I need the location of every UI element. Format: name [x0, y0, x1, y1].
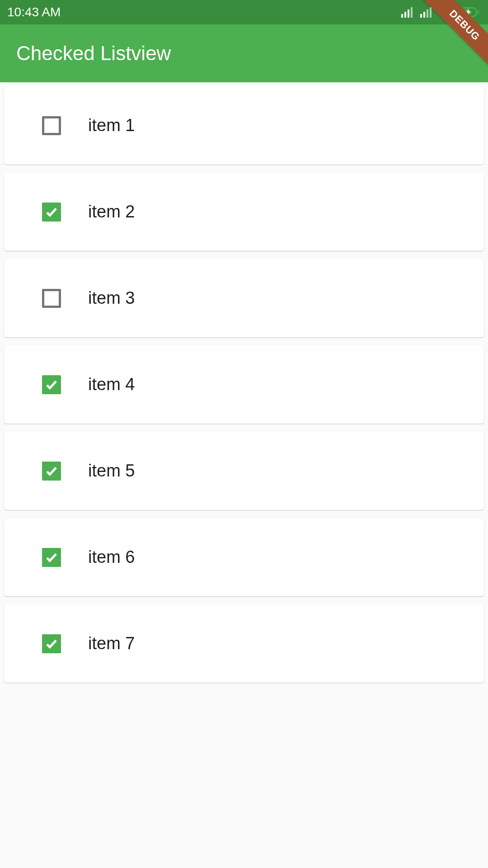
- checkmark-icon: [45, 637, 58, 651]
- list-item[interactable]: item 6: [4, 518, 484, 596]
- checkbox-unchecked-icon: [42, 116, 61, 135]
- checkbox[interactable]: [42, 375, 61, 394]
- checkbox-checked-icon: [42, 203, 61, 222]
- list-item-label: item 2: [88, 202, 135, 222]
- checkbox[interactable]: [42, 634, 61, 653]
- list-item[interactable]: item 1: [4, 86, 484, 165]
- list-container: item 1 item 2 item 3 item 4: [0, 82, 488, 695]
- checkbox[interactable]: [42, 203, 61, 222]
- list-item-label: item 4: [88, 375, 135, 394]
- checkbox-checked-icon: [42, 375, 61, 394]
- list-item[interactable]: item 2: [4, 173, 484, 251]
- checkbox-unchecked-icon: [42, 289, 61, 308]
- list-item-label: item 6: [88, 547, 135, 567]
- app-bar-title: Checked Listview: [16, 42, 171, 65]
- list-item-label: item 5: [88, 461, 135, 481]
- checkbox-checked-icon: [42, 634, 61, 653]
- list-item-label: item 7: [88, 634, 135, 653]
- checkbox-checked-icon: [42, 548, 61, 567]
- app-bar: Checked Listview: [0, 24, 488, 82]
- checkbox[interactable]: [42, 289, 61, 308]
- checkmark-icon: [45, 551, 58, 564]
- checkmark-icon: [45, 464, 58, 478]
- list-item[interactable]: item 4: [4, 345, 484, 424]
- signal-icon-1: [401, 7, 416, 18]
- list-item-label: item 3: [88, 288, 135, 308]
- list-item-label: item 1: [88, 116, 135, 135]
- status-time: 10:43 AM: [7, 5, 61, 19]
- checkbox[interactable]: [42, 548, 61, 567]
- checkmark-icon: [45, 205, 58, 219]
- checkbox-checked-icon: [42, 462, 61, 481]
- list-item[interactable]: item 3: [4, 259, 484, 337]
- checkbox[interactable]: [42, 462, 61, 481]
- checkmark-icon: [45, 378, 58, 392]
- status-bar: 10:43 AM: [0, 0, 488, 24]
- checkbox[interactable]: [42, 116, 61, 135]
- list-item[interactable]: item 5: [4, 432, 484, 510]
- list-item[interactable]: item 7: [4, 604, 484, 683]
